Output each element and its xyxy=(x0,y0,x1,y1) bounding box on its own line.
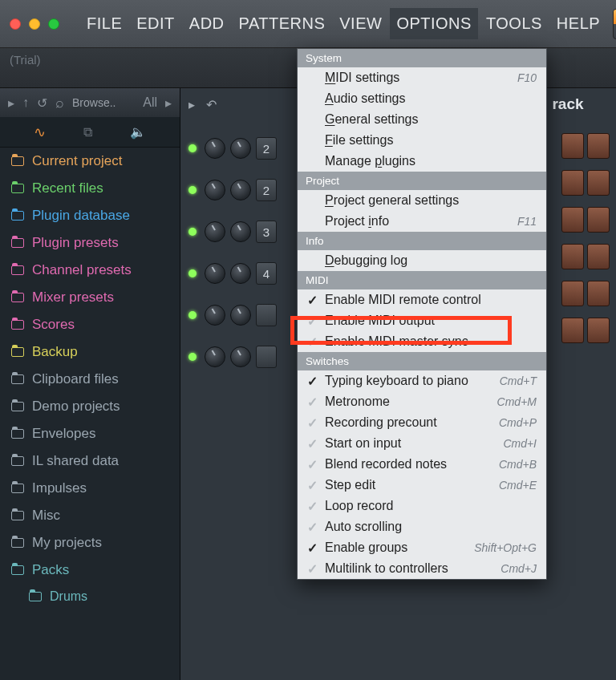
step-button[interactable] xyxy=(587,170,610,196)
step-button[interactable] xyxy=(587,281,610,306)
channel-number[interactable] xyxy=(256,304,277,326)
dropdown-toggle-item[interactable]: ✓Enable MIDI output xyxy=(298,310,546,331)
dropdown-item-label: Manage plugins xyxy=(325,154,415,168)
pan-knob[interactable] xyxy=(205,305,225,326)
volume-knob[interactable] xyxy=(230,221,251,242)
channel-led[interactable] xyxy=(188,186,197,194)
menu-file[interactable]: FILE xyxy=(80,8,128,39)
step-button[interactable] xyxy=(561,207,584,233)
channel-number[interactable]: 3 xyxy=(256,221,277,243)
browser-item[interactable]: IL shared data xyxy=(0,447,180,475)
menu-help[interactable]: HELP xyxy=(550,8,606,39)
copy-icon[interactable]: ⧉ xyxy=(83,125,92,140)
speaker-icon[interactable]: 🔈 xyxy=(130,124,146,140)
minimize-window-button[interactable] xyxy=(29,18,40,30)
pan-knob[interactable] xyxy=(205,221,225,242)
dropdown-item-label: Loop record xyxy=(325,499,393,513)
browser-item[interactable]: Backup xyxy=(0,338,180,366)
dropdown-toggle-item[interactable]: ✓Enable MIDI master sync xyxy=(298,331,546,352)
dropdown-toggle-item[interactable]: ✓Multilink to controllersCmd+J xyxy=(298,558,546,579)
channel-number[interactable]: 2 xyxy=(256,137,277,160)
dropdown-toggle-item[interactable]: ✓Auto scrolling xyxy=(298,516,546,537)
dropdown-item[interactable]: Audio settings xyxy=(298,88,546,109)
browser-item[interactable]: Plugin database xyxy=(0,202,180,229)
browser-item[interactable]: Demo projects xyxy=(0,393,180,420)
dropdown-toggle-item[interactable]: ✓MetronomeCmd+M xyxy=(298,391,546,412)
dropdown-item[interactable]: General settings xyxy=(298,109,546,130)
waveform-icon[interactable]: ∿ xyxy=(34,123,46,141)
volume-knob[interactable] xyxy=(230,180,251,200)
dropdown-toggle-item[interactable]: ✓Start on inputCmd+I xyxy=(298,433,546,454)
undo-icon[interactable]: ↶ xyxy=(206,97,217,112)
channel-menu-icon[interactable] xyxy=(188,97,195,112)
dropdown-item[interactable]: File settings xyxy=(298,130,546,151)
dropdown-section-header: MIDI xyxy=(298,271,546,289)
volume-knob[interactable] xyxy=(230,305,251,326)
zoom-window-button[interactable] xyxy=(48,18,59,30)
volume-knob[interactable] xyxy=(230,346,251,367)
dropdown-item[interactable]: Project infoF11 xyxy=(298,211,546,232)
dropdown-toggle-item[interactable]: ✓Step editCmd+E xyxy=(298,475,546,496)
volume-knob[interactable] xyxy=(230,138,251,159)
dropdown-toggle-item[interactable]: ✓Recording precountCmd+P xyxy=(298,412,546,433)
step-button[interactable] xyxy=(561,244,584,269)
menu-add[interactable]: ADD xyxy=(183,8,231,39)
browser-item[interactable]: Current project xyxy=(0,148,180,175)
dropdown-toggle-item[interactable]: ✓Blend recorded notesCmd+B xyxy=(298,454,546,475)
browser-sub-item[interactable]: Drums xyxy=(0,584,180,609)
browser-item[interactable]: Envelopes xyxy=(0,420,180,447)
step-button[interactable] xyxy=(561,318,584,343)
close-window-button[interactable] xyxy=(10,18,21,30)
browser-item[interactable]: Clipboard files xyxy=(0,366,180,393)
channel-led[interactable] xyxy=(188,144,197,152)
step-button[interactable] xyxy=(561,133,584,159)
channel-number[interactable]: 4 xyxy=(256,262,277,285)
volume-knob[interactable] xyxy=(230,263,251,284)
dropdown-toggle-item[interactable]: ✓Enable MIDI remote control xyxy=(298,289,546,310)
browser-item[interactable]: Scores xyxy=(0,311,180,338)
channel-led[interactable] xyxy=(188,228,197,236)
browser-filter-chevron-icon[interactable] xyxy=(165,95,172,111)
browser-redo-icon[interactable]: ↺ xyxy=(37,95,47,111)
pan-knob[interactable] xyxy=(205,346,225,367)
pan-knob[interactable] xyxy=(205,180,225,200)
browser-item[interactable]: Packs xyxy=(0,557,180,584)
menu-patterns[interactable]: PATTERNS xyxy=(233,8,332,39)
menu-options[interactable]: OPTIONS xyxy=(390,8,478,39)
step-button[interactable] xyxy=(561,281,584,306)
dropdown-toggle-item[interactable]: ✓Enable groupsShift+Opt+G xyxy=(298,537,546,558)
step-button[interactable] xyxy=(587,133,610,159)
dropdown-toggle-item[interactable]: ✓Loop record xyxy=(298,496,546,516)
step-button[interactable] xyxy=(561,170,584,196)
menu-tools[interactable]: TOOLS xyxy=(480,8,549,39)
channel-number[interactable] xyxy=(256,346,277,368)
channel-led[interactable] xyxy=(188,353,197,361)
channel-number[interactable]: 2 xyxy=(256,179,277,201)
browser-collapse-icon[interactable] xyxy=(8,95,14,111)
browser-up-icon[interactable]: ↑ xyxy=(22,95,29,110)
browser-item[interactable]: Recent files xyxy=(0,175,180,202)
channel-led[interactable] xyxy=(188,311,197,319)
step-button[interactable] xyxy=(587,318,610,343)
dropdown-item[interactable]: MIDI settingsF10 xyxy=(298,67,546,88)
dropdown-item[interactable]: Manage plugins xyxy=(298,151,546,172)
browser-item[interactable]: Mixer presets xyxy=(0,284,180,311)
pat-song-toggle[interactable]: PAT SONG xyxy=(613,9,616,39)
browser-item[interactable]: Plugin presets xyxy=(0,229,180,257)
browser-item[interactable]: Channel presets xyxy=(0,257,180,284)
step-button[interactable] xyxy=(587,244,610,269)
browser-item[interactable]: My projects xyxy=(0,529,180,557)
step-button[interactable] xyxy=(587,207,610,233)
browser-filter[interactable]: All xyxy=(143,95,157,110)
dropdown-toggle-item[interactable]: ✓Typing keyboard to pianoCmd+T xyxy=(298,370,546,391)
pan-knob[interactable] xyxy=(205,138,225,159)
browser-item[interactable]: Misc xyxy=(0,502,180,529)
dropdown-item[interactable]: Project general settings xyxy=(298,190,546,211)
search-icon[interactable] xyxy=(55,95,64,111)
channel-led[interactable] xyxy=(188,269,197,277)
browser-item[interactable]: Impulses xyxy=(0,475,180,502)
pan-knob[interactable] xyxy=(205,263,225,284)
menu-view[interactable]: VIEW xyxy=(333,8,388,39)
dropdown-item[interactable]: Debugging log xyxy=(298,250,546,271)
menu-edit[interactable]: EDIT xyxy=(130,8,181,39)
